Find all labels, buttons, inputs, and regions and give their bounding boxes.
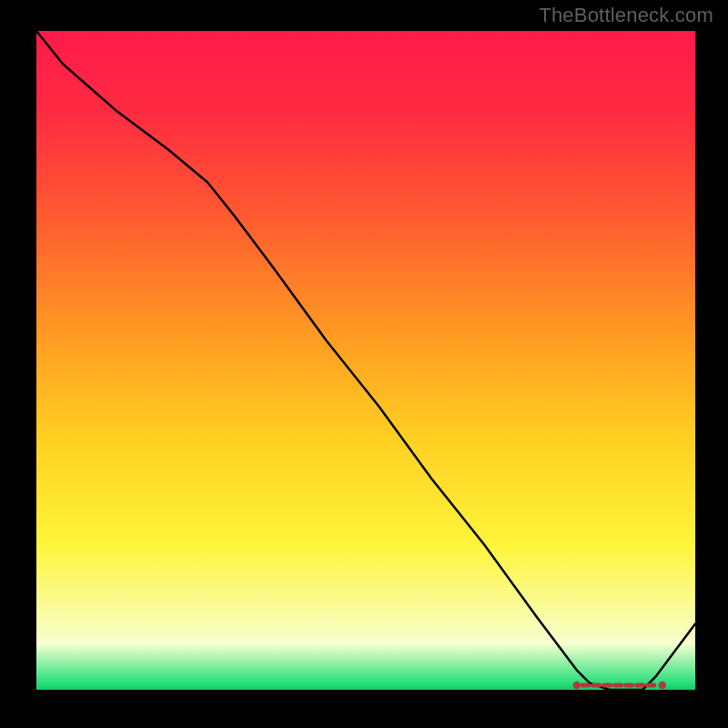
- highlight-dot: [659, 682, 666, 689]
- bottleneck-chart: [0, 0, 728, 728]
- plot-area: [36, 31, 695, 690]
- chart-frame: TheBottleneck.com: [0, 0, 728, 728]
- highlight-dot: [572, 682, 580, 689]
